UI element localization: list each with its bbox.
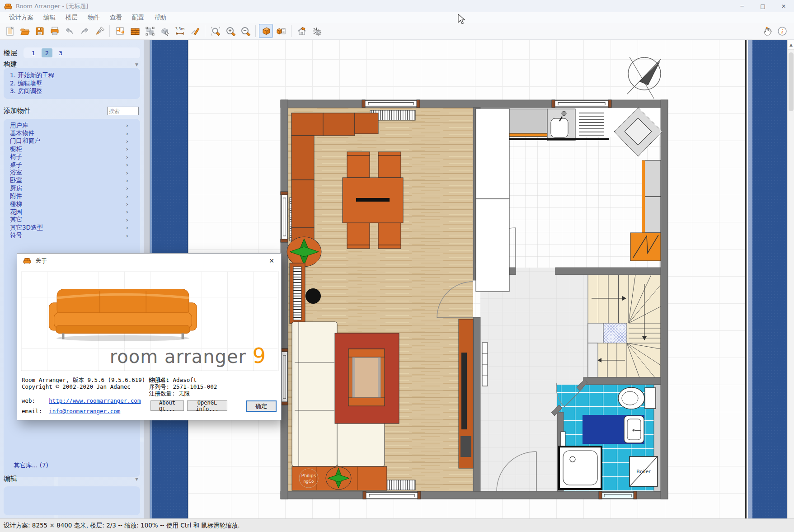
registration-info: 注册名: Adasoft序列号: 2571-1015-002注册数量: 无限 xyxy=(149,377,217,397)
zoom-window-icon xyxy=(211,26,221,36)
category-item[interactable]: 椅子› xyxy=(4,153,140,161)
menu-item-6[interactable]: 配置 xyxy=(127,13,149,23)
about-info-button[interactable]: i xyxy=(775,24,789,38)
chair[interactable] xyxy=(378,152,401,178)
registration-line: 注册数量: 无限 xyxy=(149,390,217,397)
select-object-3d-button[interactable] xyxy=(158,24,172,38)
save-button[interactable] xyxy=(33,24,47,38)
format-paint-icon xyxy=(94,26,104,36)
website-link[interactable]: http://www.roomarranger.com xyxy=(49,397,141,404)
menu-item-2[interactable]: 编辑 xyxy=(38,13,61,23)
wardrobe[interactable] xyxy=(291,180,314,228)
scroll-up-arrow-icon[interactable]: ▲ xyxy=(788,40,794,50)
kitchen-cabinet-tall[interactable] xyxy=(476,199,509,292)
philips-label-1: Philips xyxy=(301,473,316,478)
draw-pencil-button[interactable] xyxy=(188,24,202,38)
measure-35m-button[interactable]: 3.5m xyxy=(173,24,187,38)
chair[interactable] xyxy=(347,223,370,249)
zoom-in-button[interactable] xyxy=(223,24,237,38)
category-item[interactable]: 用户库› xyxy=(4,122,140,129)
category-item[interactable]: 橱柜› xyxy=(4,145,140,153)
wardrobe[interactable] xyxy=(291,136,314,180)
category-item[interactable]: 门口和窗户› xyxy=(4,137,140,145)
walkthrough-3d-button[interactable] xyxy=(295,24,309,38)
collapse-triangle-icon[interactable]: ▼ xyxy=(135,62,138,67)
kitchen-counter[interactable] xyxy=(509,109,547,137)
category-item[interactable]: 卧室› xyxy=(4,177,140,184)
transform-points-button[interactable] xyxy=(143,24,157,38)
chevron-right-icon: › xyxy=(126,131,128,137)
wardrobe[interactable] xyxy=(323,113,355,136)
about-qt-button[interactable]: About Qt... xyxy=(150,400,184,411)
menu-item-7[interactable]: 帮助 xyxy=(149,13,171,23)
build-step[interactable]: 3. 房间调整 xyxy=(10,87,140,95)
close-button[interactable]: ✕ xyxy=(773,0,794,12)
other-libraries-link[interactable]: 其它库... (7) xyxy=(14,461,48,470)
ok-button[interactable]: 确定 xyxy=(246,400,277,412)
edit-walls-button[interactable] xyxy=(113,24,127,38)
maximize-button[interactable]: □ xyxy=(752,0,773,12)
print-button[interactable] xyxy=(47,24,61,38)
search-input[interactable] xyxy=(107,107,139,115)
scrollbar-thumb[interactable] xyxy=(789,52,794,111)
round-side-table[interactable] xyxy=(305,288,321,304)
chair[interactable] xyxy=(378,223,401,249)
chevron-right-icon: › xyxy=(126,217,128,223)
toilet-tank[interactable] xyxy=(645,388,656,409)
floor-button-1[interactable]: 1 xyxy=(28,48,39,57)
category-item[interactable]: 附件› xyxy=(4,193,140,200)
wall-brick-button[interactable] xyxy=(128,24,142,38)
menu-item-5[interactable]: 查看 xyxy=(105,13,127,23)
render-settings-button[interactable] xyxy=(310,24,324,38)
wardrobe[interactable] xyxy=(291,113,323,136)
vertical-scrollbar[interactable]: ▲ xyxy=(787,40,794,518)
category-item[interactable]: 浴室› xyxy=(4,169,140,176)
toilet[interactable] xyxy=(618,387,644,409)
menu-item-4[interactable]: 物件 xyxy=(83,13,105,23)
category-item[interactable]: 桌子› xyxy=(4,161,140,169)
menu-item-1[interactable]: 设计方案 xyxy=(4,13,38,23)
fridge[interactable] xyxy=(630,233,661,261)
category-label: 门口和窗户 xyxy=(10,137,41,145)
view-3d-button[interactable] xyxy=(259,24,273,38)
floor-button-3[interactable]: 3 xyxy=(55,48,66,57)
dialog-close-icon[interactable]: ✕ xyxy=(266,255,277,267)
new-plan-button[interactable] xyxy=(3,24,17,38)
category-label: 其它3D造型 xyxy=(10,224,43,232)
toolbar: 3.5mi xyxy=(0,23,794,40)
opengl-info-button[interactable]: OpenGL info... xyxy=(187,400,227,411)
kitchen-wall-cabinet[interactable] xyxy=(642,197,661,233)
undo-button[interactable] xyxy=(62,24,76,38)
category-item[interactable]: 符号› xyxy=(4,231,140,239)
redo-button[interactable] xyxy=(77,24,91,38)
category-item[interactable]: 其它› xyxy=(4,216,140,224)
kitchen-wall-cabinet[interactable] xyxy=(642,160,661,197)
build-step[interactable]: 1. 开始新的工程 xyxy=(10,71,140,80)
floor-button-2[interactable]: 2 xyxy=(42,48,52,57)
collapse-triangle-icon[interactable]: ▼ xyxy=(135,477,138,481)
dialog-title-bar[interactable]: 关于 ✕ xyxy=(17,254,281,268)
edit-section-header[interactable]: 编辑 ▼ xyxy=(4,475,140,483)
status-text: 设计方案: 8255 × 8400 毫米, 楼层: 2/3 -- 缩放: 100… xyxy=(4,522,240,530)
zoom-window-button[interactable] xyxy=(208,24,222,38)
menu-item-3[interactable]: 楼层 xyxy=(61,13,83,23)
chair[interactable] xyxy=(347,152,370,178)
minimize-button[interactable]: ─ xyxy=(732,0,752,12)
category-item[interactable]: 厨房› xyxy=(4,184,140,192)
build-step[interactable]: 2. 编辑墙壁 xyxy=(10,80,140,88)
kitchen-cabinet-tall[interactable] xyxy=(476,108,509,199)
category-item[interactable]: 花园› xyxy=(4,208,140,216)
svg-text:3.5m: 3.5m xyxy=(175,27,184,31)
category-item[interactable]: 基本物件› xyxy=(4,129,140,137)
open-button[interactable] xyxy=(18,24,32,38)
sofa-chaise[interactable] xyxy=(337,418,385,466)
pan-hand-button[interactable] xyxy=(760,24,774,38)
format-paint-button[interactable] xyxy=(92,24,106,38)
category-item[interactable]: 楼梯› xyxy=(4,200,140,208)
app-sofa-icon xyxy=(23,257,32,264)
email-link[interactable]: info@roomarranger.com xyxy=(49,408,120,414)
zoom-out-button[interactable] xyxy=(238,24,252,38)
wardrobe[interactable] xyxy=(355,113,378,134)
objects-list-3d-button[interactable] xyxy=(274,24,288,38)
category-item[interactable]: 其它3D造型› xyxy=(4,224,140,231)
